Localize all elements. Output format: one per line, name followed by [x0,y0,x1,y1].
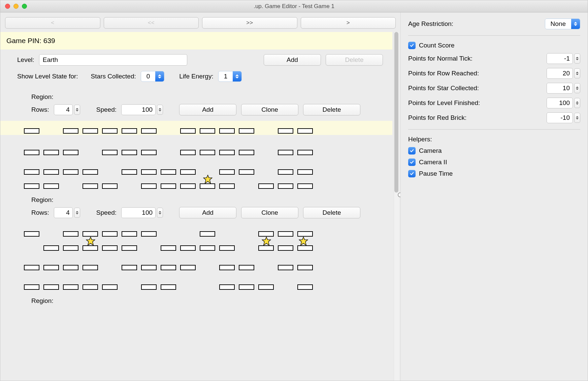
stepper-arrows-icon[interactable] [157,105,163,115]
helper-pausetime-label: Pause Time [419,170,580,177]
show-state-label: Show Level State for: [17,73,78,80]
region-label: Region: [0,291,392,308]
game-pin-label: Game PIN: 639 [0,32,392,49]
brick-row[interactable] [0,277,392,291]
points-star-collected-label: Points for Star Collected: [408,84,547,92]
app-window: .up. Game Editor - Test Game 1 < << >> >… [0,0,588,381]
points-red-brick-label: Points for Red Brick: [408,114,547,122]
stepper-arrows-icon[interactable] [574,68,580,78]
points-row-reached-label: Points for Row Reached: [408,70,547,77]
helper-camera-checkbox[interactable] [408,147,416,154]
helper-camera-label: Camera [419,147,580,154]
region-add-button[interactable]: Add [179,104,236,115]
region-label: Region: [0,87,392,104]
stars-collected-select[interactable]: 0 [141,71,165,82]
region-add-button[interactable]: Add [179,207,236,218]
window-controls [5,4,27,9]
vertical-scrollbar[interactable] [394,32,399,381]
brick-row[interactable] [0,162,392,176]
titlebar: .up. Game Editor - Test Game 1 [0,0,588,12]
count-score-label: Count Score [419,42,580,49]
age-restriction-label: Age Restriction: [408,20,545,28]
brick-row[interactable] [0,224,392,238]
chevron-updown-icon [571,19,580,29]
stepper-arrows-icon[interactable] [74,208,80,218]
scrollbar-grip-icon[interactable] [398,193,400,197]
nav-fwd-button[interactable]: > [301,17,396,29]
nav-back-button[interactable]: < [5,17,100,29]
level-delete-button[interactable]: Delete [326,54,383,66]
stepper-arrows-icon[interactable] [574,54,580,64]
points-level-finished-stepper[interactable]: 100 [547,98,580,108]
close-icon[interactable] [5,4,10,9]
life-energy-select[interactable]: 1 [218,71,242,82]
helper-pausetime-checkbox[interactable] [408,170,416,177]
speed-stepper[interactable]: 100 [121,104,163,115]
window-title: .up. Game Editor - Test Game 1 [0,3,588,10]
main-panel: < << >> > Game PIN: 639 Level: Add Delet… [0,12,400,381]
helper-camera2-label: Camera II [419,159,580,166]
brick-row[interactable] [0,238,392,252]
helper-camera2-checkbox[interactable] [408,159,416,166]
chevron-updown-icon [155,71,164,81]
zoom-icon[interactable] [22,4,27,9]
region-label: Region: [0,190,392,207]
chevron-updown-icon [233,71,241,81]
side-panel: Age Restriction: None Count Score Points… [400,12,588,381]
points-level-finished-label: Points for Level Finished: [408,99,547,107]
speed-label: Speed: [96,106,117,113]
star-icon [299,237,308,246]
rows-label: Rows: [31,209,49,216]
nav-row: < << >> > [0,12,400,32]
brick-row[interactable] [0,257,392,272]
region-delete-button[interactable]: Delete [303,207,360,218]
scroll-area: Game PIN: 639 Level: Add Delete Show Lev… [0,32,400,381]
rows-stepper[interactable]: 4 [54,104,80,115]
star-icon [86,237,95,246]
age-restriction-select[interactable]: None [545,19,580,29]
stepper-arrows-icon[interactable] [574,83,580,93]
star-icon [203,175,213,184]
brick-row[interactable] [0,121,392,135]
stepper-arrows-icon[interactable] [157,208,163,218]
stepper-arrows-icon[interactable] [574,113,580,123]
points-row-reached-stepper[interactable]: 20 [547,68,580,79]
svg-marker-0 [203,175,212,183]
brick-row[interactable] [0,176,392,190]
svg-marker-3 [299,237,308,245]
stepper-arrows-icon[interactable] [574,98,580,108]
speed-stepper[interactable]: 100 [121,207,163,218]
region-clone-button[interactable]: Clone [241,104,298,115]
count-score-checkbox[interactable] [408,42,416,49]
brick-row[interactable] [0,142,392,157]
svg-marker-2 [262,237,271,245]
points-star-collected-stepper[interactable]: 10 [547,83,580,94]
star-icon [262,237,271,246]
content: < << >> > Game PIN: 639 Level: Add Delet… [0,12,588,381]
scrollbar-thumb[interactable] [394,32,398,193]
level-label: Level: [17,56,34,64]
level-add-button[interactable]: Add [264,54,321,66]
rows-stepper[interactable]: 4 [54,207,80,218]
speed-label: Speed: [96,209,117,216]
points-red-brick-stepper[interactable]: -10 [547,112,580,123]
stepper-arrows-icon[interactable] [74,105,80,115]
points-normal-tick-stepper[interactable]: -1 [547,53,580,64]
svg-marker-1 [86,237,95,245]
nav-fastfwd-button[interactable]: >> [202,17,297,29]
points-normal-tick-label: Points for Normal Tick: [408,55,547,62]
level-input[interactable] [39,54,187,66]
region-delete-button[interactable]: Delete [303,104,360,115]
region-clone-button[interactable]: Clone [241,207,298,218]
rows-label: Rows: [31,106,49,113]
life-energy-label: Life Energy: [179,73,213,80]
minimize-icon[interactable] [13,4,19,9]
stars-collected-label: Stars Collected: [91,73,136,80]
nav-fastback-button[interactable]: << [104,17,199,29]
helpers-label: Helpers: [408,136,580,143]
